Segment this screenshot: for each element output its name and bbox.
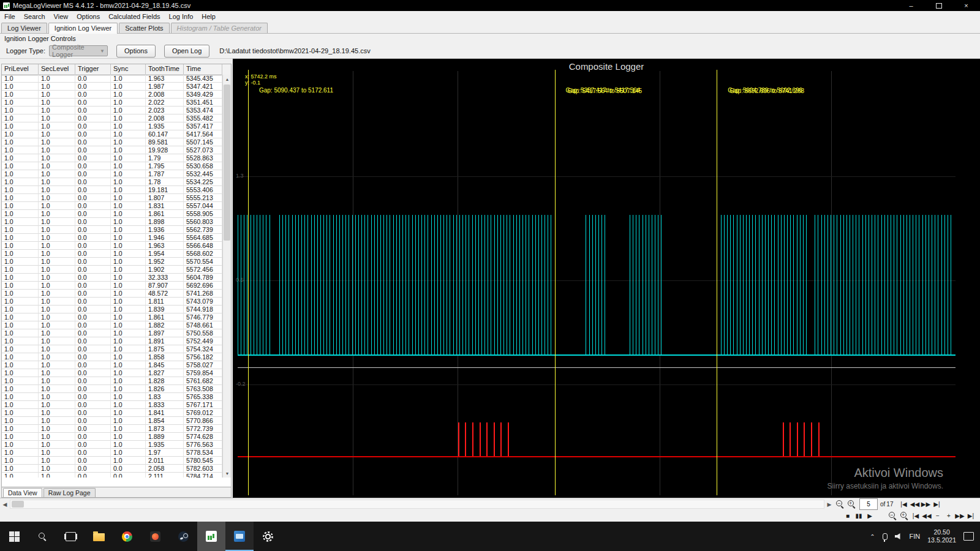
table-row[interactable]: 1.01.00.01.02.0115780.545 — [2, 457, 222, 465]
table-row[interactable]: 1.01.00.01.060.1475417.564 — [2, 130, 222, 138]
table-row[interactable]: 1.01.00.01.01.8915752.449 — [2, 337, 222, 345]
table-row[interactable]: 1.01.00.01.01.8735772.739 — [2, 425, 222, 433]
zoom-in-icon[interactable]: + — [847, 500, 856, 509]
taskbar-search-button[interactable] — [28, 522, 56, 551]
panel-tab-raw-log-page[interactable]: Raw Log Page — [43, 488, 96, 497]
task-view-button[interactable] — [56, 522, 85, 551]
column-header-prilevel[interactable]: PriLevel — [2, 64, 39, 75]
microphone-icon[interactable] — [883, 533, 888, 540]
column-header-sync[interactable]: Sync — [111, 64, 146, 75]
table-row[interactable]: 1.01.00.01.02.0085355.482 — [2, 114, 222, 122]
tab-scatter-plots[interactable]: Scatter Plots — [119, 23, 169, 33]
table-row[interactable]: 1.01.00.01.01.8415769.012 — [2, 409, 222, 417]
play-button[interactable]: ▶ — [865, 511, 875, 521]
table-row[interactable]: 1.01.00.01.01.9365562.739 — [2, 226, 222, 234]
zoom-plus-button[interactable]: + — [944, 511, 954, 521]
scroll-down-icon[interactable]: ▼ — [223, 469, 232, 478]
table-row[interactable]: 1.01.00.01.01.8895774.628 — [2, 433, 222, 441]
minimize-button[interactable]: – — [897, 0, 925, 11]
maximize-button[interactable] — [925, 0, 952, 11]
tab-ignition-log-viewer[interactable]: Ignition Log Viewer — [48, 23, 118, 34]
composite-logger-chart[interactable]: Composite Logger1.30.5-0.2x: 5742.2 msy:… — [233, 59, 980, 498]
table-row[interactable]: 1.01.00.01.01.9525570.554 — [2, 258, 222, 266]
table-row[interactable]: 1.01.00.01.01.8455758.027 — [2, 361, 222, 369]
step-back-button[interactable]: ◀◀ — [922, 511, 932, 521]
column-header-seclevel[interactable]: SecLevel — [39, 64, 75, 75]
zoom-out-icon[interactable]: − — [888, 511, 897, 520]
table-row[interactable]: 1.01.00.01.01.8985560.803 — [2, 218, 222, 226]
table-row[interactable]: 1.01.00.01.01.8755754.324 — [2, 345, 222, 353]
table-row[interactable]: 1.01.00.01.01.7955530.658 — [2, 162, 222, 170]
table-row[interactable]: 1.01.00.01.01.8275759.854 — [2, 369, 222, 377]
table-row[interactable]: 1.01.00.01.089.5815507.145 — [2, 138, 222, 146]
table-row[interactable]: 1.01.00.01.048.5725741.268 — [2, 290, 222, 298]
table-row[interactable]: 1.01.00.01.02.0225351.451 — [2, 99, 222, 107]
table-row[interactable]: 1.01.00.01.01.8545770.866 — [2, 417, 222, 425]
menu-item-help[interactable]: Help — [197, 11, 220, 22]
menu-item-options[interactable]: Options — [72, 11, 104, 22]
tray-expand-icon[interactable]: ⌃ — [870, 533, 875, 540]
table-row[interactable]: 1.01.00.01.01.8825748.661 — [2, 321, 222, 329]
table-row[interactable]: 1.01.00.01.032.3335604.789 — [2, 274, 222, 282]
table-row[interactable]: 1.01.00.01.087.9075692.696 — [2, 282, 222, 290]
table-row[interactable]: 1.01.00.01.01.8315557.044 — [2, 202, 222, 210]
table-vscrollbar[interactable]: ▲ ▼ — [222, 75, 231, 478]
zoom-minus-button[interactable]: − — [933, 511, 943, 521]
table-row[interactable]: 1.01.00.01.01.8615558.905 — [2, 210, 222, 218]
media-app-button[interactable] — [141, 522, 169, 551]
options-button[interactable]: Options — [116, 45, 156, 58]
zoom-out-icon[interactable]: − — [835, 500, 845, 509]
last-frame-button[interactable]: ▶| — [966, 511, 976, 521]
file-explorer-button[interactable] — [85, 522, 113, 551]
table-row[interactable]: 1.01.00.00.02.1115784.714 — [2, 473, 222, 478]
step-forward-button[interactable]: ▶▶ — [955, 511, 965, 521]
menu-item-log-info[interactable]: Log Info — [165, 11, 198, 22]
table-row[interactable]: 1.01.00.01.02.0235353.474 — [2, 107, 222, 114]
close-button[interactable]: × — [952, 0, 980, 11]
taskbar-clock[interactable]: 20.50 13.5.2021 — [927, 528, 956, 544]
table-row[interactable]: 1.01.00.01.01.835765.338 — [2, 393, 222, 401]
scroll-up-icon[interactable]: ▲ — [223, 75, 232, 83]
table-row[interactable]: 1.01.00.01.01.8115743.079 — [2, 298, 222, 305]
chrome-button[interactable] — [113, 522, 141, 551]
table-row[interactable]: 1.01.00.01.01.975778.534 — [2, 449, 222, 457]
stop-button[interactable]: ■ — [843, 511, 853, 521]
notification-center-icon[interactable] — [963, 532, 974, 541]
megalogviewer-taskbar-button[interactable] — [197, 522, 225, 551]
zoom-in-icon[interactable]: + — [900, 511, 909, 520]
menu-item-search[interactable]: Search — [20, 11, 50, 22]
table-row[interactable]: 1.01.00.01.01.9465564.685 — [2, 234, 222, 242]
vscroll-thumb[interactable] — [224, 84, 230, 241]
table-row[interactable]: 1.01.00.00.02.0585782.603 — [2, 465, 222, 473]
hscroll-right-icon[interactable]: ▶ — [824, 500, 834, 509]
chart-hscrollbar[interactable] — [10, 500, 824, 509]
steam-button[interactable] — [169, 522, 197, 551]
table-row[interactable]: 1.01.00.01.01.8615746.779 — [2, 313, 222, 321]
table-row[interactable]: 1.01.00.01.02.0085349.429 — [2, 91, 222, 99]
next-page-button[interactable]: ▶▶ — [921, 500, 930, 509]
table-row[interactable]: 1.01.00.01.01.785534.225 — [2, 178, 222, 186]
pause-button[interactable]: ▮▮ — [854, 511, 864, 521]
table-row[interactable]: 1.01.00.01.01.8585756.182 — [2, 353, 222, 361]
table-row[interactable]: 1.01.00.01.01.9545568.602 — [2, 250, 222, 258]
table-row[interactable]: 1.01.00.01.01.7875532.445 — [2, 170, 222, 178]
table-row[interactable]: 1.01.00.01.01.8975750.558 — [2, 329, 222, 337]
hscroll-thumb[interactable] — [12, 501, 24, 508]
table-row[interactable]: 1.01.00.01.019.9285527.073 — [2, 146, 222, 154]
first-page-button[interactable]: |◀ — [899, 500, 908, 509]
menu-item-file[interactable]: File — [0, 11, 20, 22]
last-page-button[interactable]: ▶| — [932, 500, 941, 509]
table-row[interactable]: 1.01.00.01.01.9025572.456 — [2, 266, 222, 274]
column-header-time[interactable]: Time — [184, 64, 222, 75]
page-number-input[interactable] — [859, 498, 878, 510]
menu-item-calculated-fields[interactable]: Calculated Fields — [104, 11, 164, 22]
table-row[interactable]: 1.01.00.01.01.8335767.171 — [2, 401, 222, 409]
table-row[interactable]: 1.01.00.01.01.8395744.918 — [2, 305, 222, 313]
blue-app-button[interactable] — [225, 522, 254, 551]
speaker-icon[interactable] — [895, 533, 902, 539]
table-row[interactable]: 1.01.00.01.01.9635345.435 — [2, 75, 222, 83]
table-row[interactable]: 1.01.00.01.01.8285761.682 — [2, 377, 222, 385]
prev-page-button[interactable]: ◀◀ — [910, 500, 919, 509]
menu-item-view[interactable]: View — [50, 11, 73, 22]
table-row[interactable]: 1.01.00.01.01.9355776.563 — [2, 441, 222, 449]
